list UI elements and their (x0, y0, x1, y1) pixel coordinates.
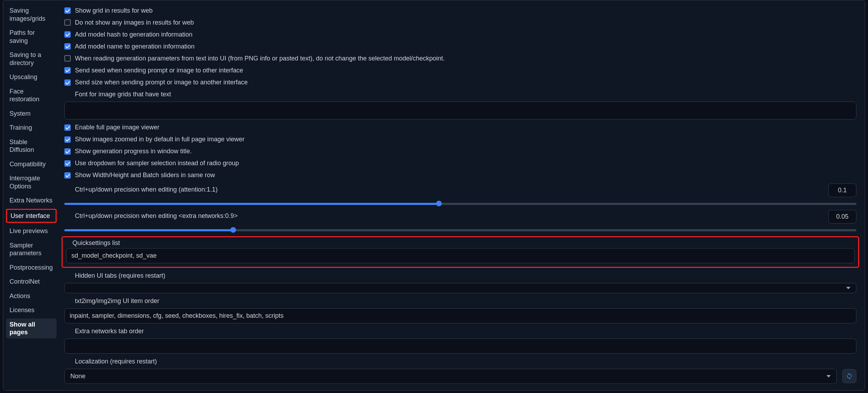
label-add-hash: Add model hash to generation information (75, 31, 192, 38)
checkbox-show-grid[interactable] (64, 7, 71, 14)
label-full-viewer: Enable full page image viewer (75, 124, 159, 131)
input-item-order[interactable] (64, 308, 856, 323)
sidebar-item-licenses[interactable]: Licenses (6, 304, 57, 316)
checkbox-dropdown-sampler[interactable] (64, 160, 71, 167)
caret-down-icon (826, 375, 831, 378)
label-send-seed: Send seed when sending prompt or image t… (75, 67, 243, 74)
slider-fill (64, 229, 233, 231)
sidebar-item-saving-images[interactable]: Saving images/grids (6, 5, 57, 25)
checkbox-full-viewer[interactable] (64, 124, 71, 131)
label-send-size: Send size when sending prompt or image t… (75, 79, 248, 86)
checkbox-send-seed[interactable] (64, 67, 71, 73)
slider-thumb[interactable] (436, 201, 442, 206)
label-add-name: Add model name to generation information (75, 43, 194, 50)
sidebar-item-live-previews[interactable]: Live previews (6, 225, 57, 237)
refresh-button[interactable] (842, 369, 856, 383)
sidebar-item-stable-diffusion[interactable]: Stable Diffusion (6, 136, 57, 156)
label-hidden-tabs: Hidden UI tabs (requires restart) (64, 272, 856, 279)
checkbox-zoom-default[interactable] (64, 136, 71, 143)
value-precision-attention[interactable]: 0.1 (828, 183, 856, 197)
input-font-grids[interactable] (64, 102, 856, 120)
sidebar-item-saving-dir[interactable]: Saving to a directory (6, 49, 57, 69)
label-no-change-ckpt: When reading generation parameters from … (75, 55, 445, 62)
label-wh-same-row: Show Width/Height and Batch sliders in s… (75, 172, 215, 179)
sidebar-item-show-all[interactable]: Show all pages (6, 318, 57, 339)
slider-precision-extra[interactable] (64, 228, 856, 232)
sidebar-item-interrogate[interactable]: Interrogate Options (6, 172, 57, 192)
sidebar-item-actions[interactable]: Actions (6, 290, 57, 302)
sidebar-item-sampler-params[interactable]: Sampler parameters (6, 239, 57, 259)
checkbox-add-name[interactable] (64, 43, 71, 50)
sidebar-item-system[interactable]: System (6, 108, 57, 120)
slider-thumb[interactable] (230, 227, 236, 233)
sidebar-item-face-restoration[interactable]: Face restoration (6, 85, 57, 105)
sidebar-item-training[interactable]: Training (6, 122, 57, 134)
settings-sidebar: Saving images/grids Paths for saving Sav… (3, 0, 59, 390)
slider-fill (64, 203, 439, 205)
sidebar-item-paths[interactable]: Paths for saving (6, 27, 57, 47)
sidebar-item-extra-networks[interactable]: Extra Networks (6, 194, 57, 207)
input-quicksettings[interactable] (66, 248, 855, 263)
label-dropdown-sampler: Use dropdown for sampler selection inste… (75, 160, 239, 167)
label-localization: Localization (requires restart) (64, 358, 856, 365)
value-precision-extra[interactable]: 0.05 (828, 210, 856, 224)
highlight-quicksettings: Quicksettings list (62, 236, 859, 268)
sidebar-item-compatibility[interactable]: Compatibility (6, 158, 57, 170)
checkbox-no-change-ckpt[interactable] (64, 55, 71, 62)
label-extra-order: Extra networks tab order (64, 328, 856, 335)
label-precision-extra: Ctrl+up/down precision when editing <ext… (64, 212, 820, 220)
settings-main: Show grid in results for web Do not show… (59, 0, 865, 390)
input-extra-order[interactable] (64, 339, 856, 354)
checkbox-send-size[interactable] (64, 79, 71, 86)
checkbox-wh-same-row[interactable] (64, 172, 71, 179)
slider-precision-attention[interactable] (64, 201, 856, 206)
sidebar-item-user-interface[interactable]: User interface (6, 209, 57, 223)
select-localization[interactable]: None (64, 369, 837, 384)
label-zoom-default: Show images zoomed in by default in full… (75, 136, 244, 143)
checkbox-add-hash[interactable] (64, 31, 71, 38)
checkbox-progress-title[interactable] (64, 148, 71, 155)
sidebar-item-upscaling[interactable]: Upscaling (6, 71, 57, 83)
label-item-order: txt2img/img2img UI item order (64, 297, 856, 305)
label-font-grids: Font for image grids that have text (64, 91, 856, 98)
label-quicksettings: Quicksettings list (66, 239, 855, 247)
select-localization-value: None (70, 373, 85, 380)
sidebar-item-controlnet[interactable]: ControlNet (6, 276, 57, 288)
sidebar-item-postprocessing[interactable]: Postprocessing (6, 262, 57, 274)
label-show-grid: Show grid in results for web (75, 7, 153, 14)
refresh-icon (846, 373, 853, 380)
checkbox-no-images[interactable] (64, 19, 71, 26)
label-no-images: Do not show any images in results for we… (75, 19, 194, 26)
settings-panel: Saving images/grids Paths for saving Sav… (3, 0, 865, 391)
label-progress-title: Show generation progress in window title… (75, 148, 192, 155)
caret-down-icon (846, 287, 850, 289)
select-hidden-tabs[interactable] (64, 283, 856, 293)
label-precision-attention: Ctrl+up/down precision when editing (att… (64, 186, 820, 193)
